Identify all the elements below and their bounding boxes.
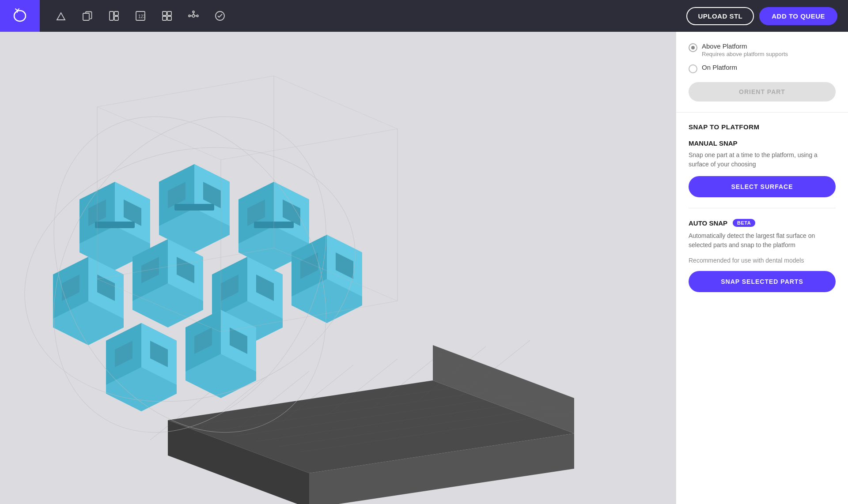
numbering-icon[interactable]: 123: [133, 9, 148, 23]
snap-to-platform-section: SNAP TO PLATFORM MANUAL SNAP Snap one pa…: [676, 113, 848, 313]
3d-scene[interactable]: [0, 32, 676, 504]
svg-point-10: [192, 15, 195, 17]
auto-snap-extra-description: Recommended for use with dental models: [689, 257, 836, 264]
add-to-queue-button[interactable]: ADD TO QUEUE: [759, 7, 837, 25]
divider: [689, 208, 836, 208]
snap-selected-parts-button[interactable]: SNAP SELECTED PARTS: [689, 271, 836, 292]
toolbar: 123: [40, 9, 686, 23]
manual-snap-subsection: MANUAL SNAP Snap one part at a time to t…: [689, 139, 836, 197]
auto-snap-header: AUTO SNAP BETA: [689, 219, 836, 227]
upload-stl-button[interactable]: UPLOAD STL: [686, 7, 754, 25]
select-surface-button[interactable]: SELECT SURFACE: [689, 176, 836, 197]
svg-rect-6: [163, 11, 167, 15]
check-icon[interactable]: [213, 9, 227, 23]
manual-snap-description: Snap one part at a time to the platform,…: [689, 150, 836, 169]
right-panel: Above Platform Requires above platform s…: [676, 32, 848, 504]
svg-rect-1: [110, 11, 114, 20]
platform-position-options: Above Platform Requires above platform s…: [689, 42, 836, 73]
on-platform-label: On Platform: [702, 64, 737, 71]
on-platform-radio[interactable]: [689, 64, 697, 73]
manual-snap-title: MANUAL SNAP: [689, 139, 836, 147]
header-actions: UPLOAD STL ADD TO QUEUE: [686, 7, 848, 25]
snap-to-platform-title: SNAP TO PLATFORM: [689, 123, 836, 131]
auto-snap-subsection: AUTO SNAP BETA Automatically detect the …: [689, 219, 836, 292]
connections-icon[interactable]: [186, 9, 201, 23]
auto-snap-description: Automatically detect the largest flat su…: [689, 231, 836, 250]
svg-rect-42: [95, 222, 135, 228]
logo-button[interactable]: [0, 0, 40, 32]
svg-rect-0: [83, 13, 89, 20]
above-platform-radio[interactable]: [689, 43, 697, 52]
svg-rect-7: [167, 11, 171, 15]
platform-position-section: Above Platform Requires above platform s…: [676, 32, 848, 113]
svg-rect-9: [167, 16, 171, 20]
on-platform-option[interactable]: On Platform: [689, 64, 836, 73]
3d-viewport[interactable]: [0, 32, 676, 504]
svg-point-13: [193, 11, 194, 13]
auto-snap-title: AUTO SNAP: [689, 219, 727, 227]
grid-icon[interactable]: [160, 9, 174, 23]
svg-rect-8: [163, 16, 167, 20]
layout-icon[interactable]: [107, 9, 121, 23]
svg-point-12: [197, 15, 198, 17]
svg-rect-2: [114, 11, 118, 15]
svg-text:123: 123: [138, 14, 146, 19]
shapes-icon[interactable]: [54, 9, 68, 23]
svg-rect-3: [114, 16, 118, 20]
above-platform-label: Above Platform: [702, 42, 788, 50]
svg-rect-48: [174, 204, 214, 211]
copy-icon[interactable]: [80, 9, 95, 23]
app-header: 123: [0, 0, 848, 32]
above-platform-sublabel: Requires above platform supports: [702, 51, 788, 57]
svg-point-11: [189, 15, 190, 17]
above-platform-option[interactable]: Above Platform Requires above platform s…: [689, 42, 836, 57]
beta-badge: BETA: [733, 219, 755, 227]
orient-part-button[interactable]: ORIENT PART: [689, 82, 836, 102]
